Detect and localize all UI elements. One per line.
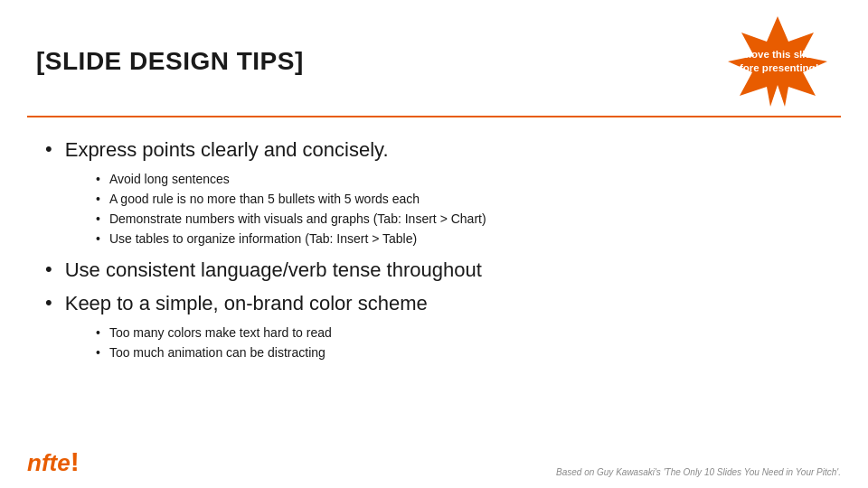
sub-bullet-3-1: • Too many colors make text hard to read (96, 324, 823, 343)
nfte-logo: nfte! (27, 446, 80, 477)
footer: nfte! Based on Guy Kawasaki's 'The Only … (0, 446, 868, 477)
main-bullet-1: • Express points clearly and concisely. (45, 137, 823, 163)
sub-dot-1-2: • (96, 190, 100, 209)
sub-bullet-1-3-text: Demonstrate numbers with visuals and gra… (109, 210, 486, 229)
main-bullet-3-text: Keep to a simple, on-brand color scheme (65, 291, 428, 316)
sub-bullets-1: • Avoid long sentences • A good rule is … (96, 170, 823, 249)
sub-bullet-1-4-text: Use tables to organize information (Tab:… (109, 230, 417, 249)
slide: [SLIDE DESIGN TIPS] Remove this slide be… (0, 0, 868, 488)
main-bullet-1-text: Express points clearly and concisely. (65, 137, 389, 163)
sub-bullet-1-2-text: A good rule is no more than 5 bullets wi… (109, 190, 420, 209)
sub-bullet-3-2-text: Too much animation can be distracting (109, 343, 326, 362)
main-bullet-2: • Use consistent language/verb tense thr… (45, 258, 823, 283)
sub-bullet-1-1: • Avoid long sentences (96, 170, 823, 189)
slide-title: [SLIDE DESIGN TIPS] (36, 47, 304, 76)
starburst-badge: Remove this slide before presenting! (714, 16, 832, 107)
main-bullet-3: • Keep to a simple, on-brand color schem… (45, 291, 823, 316)
header: [SLIDE DESIGN TIPS] Remove this slide be… (0, 0, 868, 116)
bullet-dot-3: • (45, 291, 52, 314)
sub-bullet-1-4: • Use tables to organize information (Ta… (96, 230, 823, 249)
sub-dot-3-2: • (96, 343, 100, 362)
sub-dot-3-1: • (96, 324, 100, 343)
sub-dot-1-3: • (96, 210, 100, 229)
sub-dot-1-1: • (96, 170, 100, 189)
nfte-logo-text: nfte (27, 449, 71, 476)
starburst-shape (723, 16, 832, 107)
svg-marker-0 (728, 16, 827, 107)
nfte-exclamation: ! (71, 446, 80, 476)
sub-bullet-3-1-text: Too many colors make text hard to read (109, 324, 332, 343)
slide-content: • Express points clearly and concisely. … (0, 117, 868, 375)
bullet-dot-1: • (45, 137, 52, 161)
sub-dot-1-4: • (96, 230, 100, 249)
sub-bullet-1-3: • Demonstrate numbers with visuals and g… (96, 210, 823, 229)
bullet-dot-2: • (45, 258, 52, 281)
footer-credit: Based on Guy Kawasaki's 'The Only 10 Sli… (556, 467, 841, 477)
sub-bullets-3: • Too many colors make text hard to read… (96, 324, 823, 362)
sub-bullet-1-1-text: Avoid long sentences (109, 170, 230, 189)
sub-bullet-3-2: • Too much animation can be distracting (96, 343, 823, 362)
main-bullet-2-text: Use consistent language/verb tense throu… (65, 258, 482, 283)
sub-bullet-1-2: • A good rule is no more than 5 bullets … (96, 190, 823, 209)
